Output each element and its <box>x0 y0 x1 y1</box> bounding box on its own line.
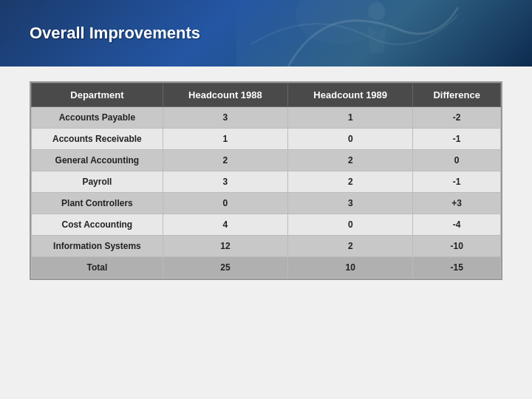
cell-difference-0: -2 <box>413 107 501 129</box>
table-header-row: Department Headcount 1988 Headcount 1989… <box>32 83 501 107</box>
cell-department-0: Accounts Payable <box>32 107 163 129</box>
table-row: Accounts Receivable10-1 <box>32 129 501 150</box>
cell-difference-2: 0 <box>413 150 501 171</box>
col-header-hc1988: Headcount 1988 <box>163 83 287 107</box>
cell-difference-6: -10 <box>413 236 501 257</box>
cell-hc1989-7: 10 <box>288 257 413 279</box>
cell-hc1988-0: 3 <box>163 107 287 129</box>
cell-hc1989-6: 2 <box>288 236 413 257</box>
improvements-table: Department Headcount 1988 Headcount 1989… <box>31 83 501 279</box>
table-row: Payroll32-1 <box>32 171 501 193</box>
cell-department-1: Accounts Receivable <box>32 129 163 150</box>
cell-department-2: General Accounting <box>32 150 163 171</box>
cell-hc1989-5: 0 <box>288 214 413 236</box>
table-row: Total2510-15 <box>32 257 501 279</box>
cell-department-7: Total <box>32 257 163 279</box>
cell-hc1989-0: 1 <box>288 107 413 129</box>
col-header-difference: Difference <box>413 83 501 107</box>
cell-department-6: Information Systems <box>32 236 163 257</box>
cell-hc1988-4: 0 <box>163 193 287 214</box>
page-title: Overall Improvements <box>30 24 200 43</box>
table-row: Accounts Payable31-2 <box>32 107 501 129</box>
cell-difference-1: -1 <box>413 129 501 150</box>
col-header-hc1989: Headcount 1989 <box>288 83 413 107</box>
cell-difference-5: -4 <box>413 214 501 236</box>
table-row: Plant Controllers03+3 <box>32 193 501 214</box>
cell-difference-4: +3 <box>413 193 501 214</box>
main-content: Department Headcount 1988 Headcount 1989… <box>0 66 532 399</box>
cell-hc1988-3: 3 <box>163 171 287 193</box>
header-banner: Overall Improvements <box>0 0 532 66</box>
svg-point-1 <box>368 2 386 20</box>
col-header-department: Department <box>32 83 163 107</box>
cell-hc1989-2: 2 <box>288 150 413 171</box>
cell-department-3: Payroll <box>32 171 163 193</box>
table-row: Cost Accounting40-4 <box>32 214 501 236</box>
cell-department-5: Cost Accounting <box>32 214 163 236</box>
cell-hc1989-3: 2 <box>288 171 413 193</box>
header-decoration-svg <box>251 0 473 66</box>
cell-hc1989-1: 0 <box>288 129 413 150</box>
cell-hc1988-2: 2 <box>163 150 287 171</box>
table-row: Information Systems122-10 <box>32 236 501 257</box>
cell-hc1988-6: 12 <box>163 236 287 257</box>
table-row: General Accounting220 <box>32 150 501 171</box>
cell-department-4: Plant Controllers <box>32 193 163 214</box>
cell-hc1988-7: 25 <box>163 257 287 279</box>
data-table-wrapper: Department Headcount 1988 Headcount 1989… <box>30 81 502 280</box>
cell-hc1989-4: 3 <box>288 193 413 214</box>
cell-hc1988-1: 1 <box>163 129 287 150</box>
cell-difference-3: -1 <box>413 171 501 193</box>
cell-hc1988-5: 4 <box>163 214 287 236</box>
cell-difference-7: -15 <box>413 257 501 279</box>
